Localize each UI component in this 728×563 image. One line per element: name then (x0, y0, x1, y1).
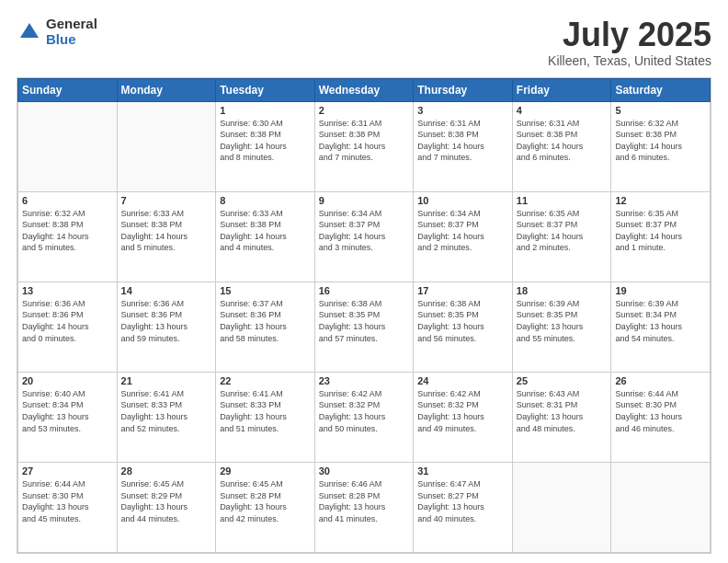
header: General Blue July 2025 Killeen, Texas, U… (17, 17, 711, 68)
location: Killeen, Texas, United States (548, 53, 711, 68)
svg-marker-0 (20, 23, 39, 38)
logo: General Blue (17, 17, 97, 47)
calendar-cell (512, 462, 611, 552)
calendar-week: 20Sunrise: 6:40 AM Sunset: 8:34 PM Dayli… (18, 372, 711, 462)
day-info: Sunrise: 6:42 AM Sunset: 8:32 PM Dayligh… (319, 388, 410, 434)
calendar-cell: 16Sunrise: 6:38 AM Sunset: 8:35 PM Dayli… (314, 282, 414, 372)
calendar-week: 13Sunrise: 6:36 AM Sunset: 8:36 PM Dayli… (18, 282, 711, 372)
day-number: 8 (220, 195, 311, 206)
weekday-row: SundayMondayTuesdayWednesdayThursdayFrid… (18, 78, 711, 101)
calendar-week: 27Sunrise: 6:44 AM Sunset: 8:30 PM Dayli… (18, 462, 711, 552)
page: General Blue July 2025 Killeen, Texas, U… (0, 0, 728, 563)
calendar-cell: 18Sunrise: 6:39 AM Sunset: 8:35 PM Dayli… (512, 282, 611, 372)
day-number: 13 (22, 285, 113, 296)
calendar-cell: 14Sunrise: 6:36 AM Sunset: 8:36 PM Dayli… (117, 282, 216, 372)
calendar-cell: 12Sunrise: 6:35 AM Sunset: 8:37 PM Dayli… (611, 191, 711, 282)
weekday-header: Monday (117, 78, 216, 101)
weekday-header: Friday (512, 78, 611, 101)
calendar-table: SundayMondayTuesdayWednesdayThursdayFrid… (17, 78, 711, 553)
day-info: Sunrise: 6:30 AM Sunset: 8:38 PM Dayligh… (220, 118, 311, 164)
day-number: 24 (417, 375, 508, 386)
calendar-cell: 21Sunrise: 6:41 AM Sunset: 8:33 PM Dayli… (117, 372, 216, 462)
day-number: 12 (615, 195, 706, 206)
day-info: Sunrise: 6:36 AM Sunset: 8:36 PM Dayligh… (121, 298, 212, 344)
day-info: Sunrise: 6:33 AM Sunset: 8:38 PM Dayligh… (121, 208, 212, 254)
day-number: 18 (517, 285, 608, 296)
day-number: 25 (517, 375, 608, 386)
calendar-cell: 19Sunrise: 6:39 AM Sunset: 8:34 PM Dayli… (611, 282, 711, 372)
day-info: Sunrise: 6:42 AM Sunset: 8:32 PM Dayligh… (417, 388, 508, 434)
calendar-cell: 20Sunrise: 6:40 AM Sunset: 8:34 PM Dayli… (18, 372, 118, 462)
weekday-header: Sunday (18, 78, 118, 101)
day-number: 26 (615, 375, 706, 386)
calendar-cell: 24Sunrise: 6:42 AM Sunset: 8:32 PM Dayli… (414, 372, 513, 462)
day-info: Sunrise: 6:34 AM Sunset: 8:37 PM Dayligh… (417, 208, 508, 254)
calendar-cell: 8Sunrise: 6:33 AM Sunset: 8:38 PM Daylig… (216, 191, 315, 282)
day-info: Sunrise: 6:38 AM Sunset: 8:35 PM Dayligh… (417, 298, 508, 344)
day-info: Sunrise: 6:39 AM Sunset: 8:35 PM Dayligh… (517, 298, 608, 344)
day-number: 11 (517, 195, 608, 206)
day-number: 28 (121, 465, 212, 477)
day-info: Sunrise: 6:34 AM Sunset: 8:37 PM Dayligh… (319, 208, 410, 254)
day-info: Sunrise: 6:44 AM Sunset: 8:30 PM Dayligh… (615, 388, 706, 434)
day-info: Sunrise: 6:44 AM Sunset: 8:30 PM Dayligh… (22, 478, 113, 524)
day-info: Sunrise: 6:46 AM Sunset: 8:28 PM Dayligh… (319, 478, 410, 524)
day-number: 20 (22, 375, 113, 386)
day-info: Sunrise: 6:45 AM Sunset: 8:28 PM Dayligh… (220, 478, 311, 524)
day-info: Sunrise: 6:31 AM Sunset: 8:38 PM Dayligh… (417, 118, 508, 164)
weekday-header: Tuesday (216, 78, 315, 101)
calendar-cell: 26Sunrise: 6:44 AM Sunset: 8:30 PM Dayli… (611, 372, 711, 462)
day-info: Sunrise: 6:36 AM Sunset: 8:36 PM Dayligh… (22, 298, 113, 344)
calendar-cell: 4Sunrise: 6:31 AM Sunset: 8:38 PM Daylig… (512, 101, 611, 191)
day-info: Sunrise: 6:41 AM Sunset: 8:33 PM Dayligh… (220, 388, 311, 434)
calendar-cell: 9Sunrise: 6:34 AM Sunset: 8:37 PM Daylig… (314, 191, 414, 282)
day-info: Sunrise: 6:38 AM Sunset: 8:35 PM Dayligh… (319, 298, 410, 344)
day-number: 9 (319, 195, 410, 206)
day-number: 15 (220, 285, 311, 296)
day-number: 14 (121, 285, 212, 296)
calendar-cell: 13Sunrise: 6:36 AM Sunset: 8:36 PM Dayli… (18, 282, 118, 372)
day-number: 21 (121, 375, 212, 386)
day-number: 6 (22, 195, 113, 206)
calendar-cell: 10Sunrise: 6:34 AM Sunset: 8:37 PM Dayli… (414, 191, 513, 282)
day-info: Sunrise: 6:33 AM Sunset: 8:38 PM Dayligh… (220, 208, 311, 254)
day-info: Sunrise: 6:32 AM Sunset: 8:38 PM Dayligh… (22, 208, 113, 254)
title-block: July 2025 Killeen, Texas, United States (548, 17, 711, 68)
logo-general: General (46, 17, 97, 32)
calendar-cell (117, 101, 216, 191)
day-info: Sunrise: 6:31 AM Sunset: 8:38 PM Dayligh… (517, 118, 608, 164)
day-number: 3 (417, 105, 508, 116)
month-title: July 2025 (548, 17, 711, 53)
calendar-cell: 27Sunrise: 6:44 AM Sunset: 8:30 PM Dayli… (18, 462, 118, 552)
day-info: Sunrise: 6:39 AM Sunset: 8:34 PM Dayligh… (615, 298, 706, 344)
day-number: 1 (220, 105, 311, 116)
calendar: SundayMondayTuesdayWednesdayThursdayFrid… (17, 77, 711, 554)
calendar-cell: 29Sunrise: 6:45 AM Sunset: 8:28 PM Dayli… (216, 462, 315, 552)
day-number: 5 (615, 105, 706, 116)
calendar-cell: 25Sunrise: 6:43 AM Sunset: 8:31 PM Dayli… (512, 372, 611, 462)
day-number: 16 (319, 285, 410, 296)
day-number: 4 (517, 105, 608, 116)
day-info: Sunrise: 6:35 AM Sunset: 8:37 PM Dayligh… (517, 208, 608, 254)
weekday-header: Saturday (611, 78, 711, 101)
day-number: 31 (417, 465, 508, 477)
calendar-cell: 6Sunrise: 6:32 AM Sunset: 8:38 PM Daylig… (18, 191, 118, 282)
logo-icon (17, 19, 42, 45)
day-number: 30 (319, 465, 410, 477)
day-number: 23 (319, 375, 410, 386)
day-number: 17 (417, 285, 508, 296)
calendar-cell: 30Sunrise: 6:46 AM Sunset: 8:28 PM Dayli… (314, 462, 414, 552)
logo-blue: Blue (46, 32, 97, 48)
day-info: Sunrise: 6:43 AM Sunset: 8:31 PM Dayligh… (517, 388, 608, 434)
day-info: Sunrise: 6:45 AM Sunset: 8:29 PM Dayligh… (121, 478, 212, 524)
weekday-header: Thursday (414, 78, 513, 101)
calendar-body: 1Sunrise: 6:30 AM Sunset: 8:38 PM Daylig… (18, 101, 711, 552)
calendar-cell: 15Sunrise: 6:37 AM Sunset: 8:36 PM Dayli… (216, 282, 315, 372)
day-number: 10 (417, 195, 508, 206)
logo-text: General Blue (46, 17, 97, 47)
calendar-cell: 28Sunrise: 6:45 AM Sunset: 8:29 PM Dayli… (117, 462, 216, 552)
calendar-header: SundayMondayTuesdayWednesdayThursdayFrid… (18, 78, 711, 101)
day-number: 2 (319, 105, 410, 116)
calendar-cell: 2Sunrise: 6:31 AM Sunset: 8:38 PM Daylig… (314, 101, 414, 191)
calendar-week: 6Sunrise: 6:32 AM Sunset: 8:38 PM Daylig… (18, 191, 711, 282)
